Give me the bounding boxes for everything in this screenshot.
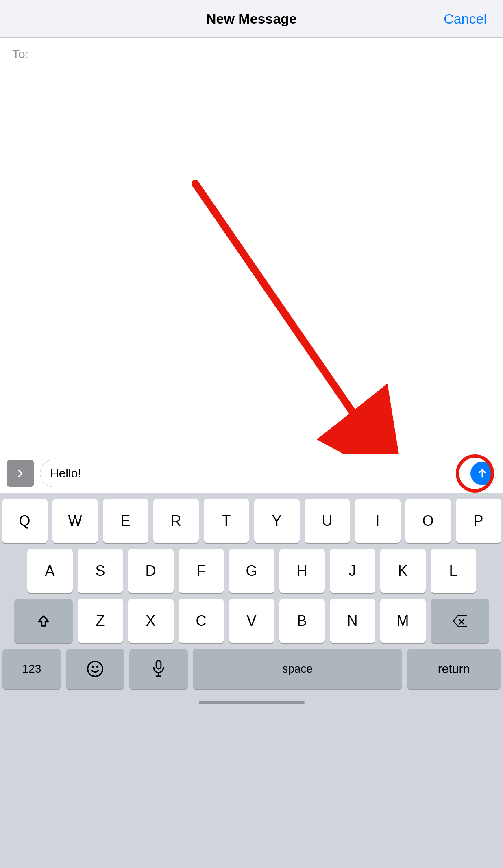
key-f[interactable]: F xyxy=(179,549,224,593)
key-v[interactable]: V xyxy=(229,599,274,643)
to-label: To: xyxy=(12,47,28,61)
key-i[interactable]: I xyxy=(355,499,401,543)
key-t[interactable]: T xyxy=(204,499,249,543)
emoji-key[interactable] xyxy=(66,649,124,689)
keyboard-row-3: Z X C V B N M xyxy=(2,599,501,643)
return-key[interactable]: return xyxy=(407,649,501,689)
to-input[interactable] xyxy=(33,47,491,61)
key-z[interactable]: Z xyxy=(78,599,123,643)
key-p[interactable]: P xyxy=(456,499,501,543)
svg-rect-7 xyxy=(156,660,161,669)
key-j[interactable]: J xyxy=(330,549,375,593)
to-field-row: To: xyxy=(0,38,503,70)
keyboard-row-2: A S D F G H J K L xyxy=(2,549,501,593)
key-s[interactable]: S xyxy=(78,549,123,593)
key-b[interactable]: B xyxy=(279,599,325,643)
key-a[interactable]: A xyxy=(27,549,73,593)
svg-point-4 xyxy=(88,662,103,677)
key-e[interactable]: E xyxy=(103,499,148,543)
message-input-area xyxy=(0,454,503,493)
key-q[interactable]: Q xyxy=(2,499,48,543)
home-bar xyxy=(199,701,305,704)
key-h[interactable]: H xyxy=(279,549,325,593)
space-key[interactable]: space xyxy=(193,649,402,689)
key-l[interactable]: L xyxy=(431,549,476,593)
cancel-button[interactable]: Cancel xyxy=(444,11,487,27)
send-button[interactable] xyxy=(470,462,494,485)
key-r[interactable]: R xyxy=(153,499,199,543)
delete-key[interactable] xyxy=(431,599,489,643)
key-c[interactable]: C xyxy=(179,599,224,643)
key-k[interactable]: K xyxy=(380,549,426,593)
message-input-wrapper xyxy=(40,460,496,487)
page-title: New Message xyxy=(206,11,297,27)
key-m[interactable]: M xyxy=(380,599,426,643)
numbers-key[interactable]: 123 xyxy=(2,649,61,689)
mic-key[interactable] xyxy=(129,649,188,689)
keyboard: Q W E R T Y U I O P A S D F G H J K L Z … xyxy=(0,493,503,868)
key-w[interactable]: W xyxy=(52,499,98,543)
keyboard-row-4: 123 space return xyxy=(2,649,501,689)
header: New Message Cancel xyxy=(0,0,503,38)
message-body xyxy=(0,70,503,464)
key-n[interactable]: N xyxy=(330,599,375,643)
expand-button[interactable] xyxy=(7,460,34,487)
key-d[interactable]: D xyxy=(128,549,174,593)
key-y[interactable]: Y xyxy=(254,499,300,543)
shift-key[interactable] xyxy=(14,599,73,643)
key-o[interactable]: O xyxy=(405,499,451,543)
message-input[interactable] xyxy=(40,460,496,487)
home-indicator xyxy=(2,694,501,711)
key-x[interactable]: X xyxy=(128,599,174,643)
key-u[interactable]: U xyxy=(305,499,350,543)
keyboard-row-1: Q W E R T Y U I O P xyxy=(2,499,501,543)
key-g[interactable]: G xyxy=(229,549,274,593)
